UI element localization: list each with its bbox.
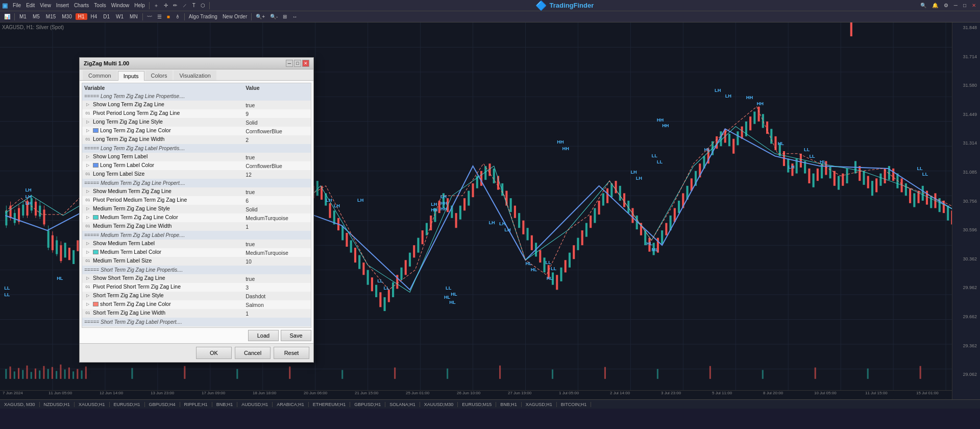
- color-fill-btn[interactable]: ■: [165, 13, 172, 20]
- statusbar-arabica-h1[interactable]: ARABICA;H1: [273, 402, 309, 407]
- period-m5[interactable]: M5: [30, 13, 42, 20]
- dialog-restore-btn[interactable]: □: [294, 60, 301, 67]
- zigzag-dialog[interactable]: ZigZag Multi 1.00 ─ □ ✕ Common Inputs Co…: [79, 57, 314, 363]
- statusbar-nzdusd-h1[interactable]: NZDUSD;H1: [40, 402, 75, 407]
- candle-btn[interactable]: 🕯: [173, 13, 182, 20]
- dialog-minimize-btn[interactable]: ─: [286, 60, 293, 67]
- color-swatch[interactable]: [93, 302, 99, 306]
- prop-value[interactable]: CornflowerBlue: [243, 127, 311, 135]
- prop-value[interactable]: MediumTurquoise: [243, 213, 311, 222]
- cancel-button[interactable]: Cancel: [235, 347, 271, 359]
- tab-inputs[interactable]: Inputs: [118, 71, 144, 81]
- menu-help[interactable]: Help: [132, 2, 147, 9]
- prop-value[interactable]: 2: [243, 135, 311, 144]
- statusbar-ripple-h1[interactable]: RIPPLE;H1: [180, 402, 212, 407]
- period-d1[interactable]: D1: [101, 13, 112, 20]
- statusbar-xagusd-h1[interactable]: XAGUSD;H1: [522, 402, 557, 407]
- prop-value[interactable]: CornflowerBlue: [243, 161, 311, 170]
- load-button[interactable]: Load: [248, 330, 279, 341]
- statusbar-gbpusd-h1[interactable]: GBPUSD;H1: [350, 402, 385, 407]
- color-swatch[interactable]: [93, 250, 99, 254]
- close-btn[interactable]: ✕: [970, 2, 978, 9]
- statusbar-audusd-h1[interactable]: AUDUSD;H1: [237, 402, 273, 407]
- prop-value[interactable]: Solid: [243, 205, 311, 213]
- period-m30[interactable]: M30: [59, 13, 74, 20]
- statusbar-xauusd-h1[interactable]: XAUUSD;H1: [75, 402, 110, 407]
- minimize-btn[interactable]: ─: [952, 2, 960, 9]
- zoom-in-btn[interactable]: 🔍+: [254, 13, 267, 20]
- save-button[interactable]: Save: [281, 330, 311, 341]
- menu-window[interactable]: Window: [109, 2, 132, 9]
- statusbar-bitcoin-h1[interactable]: BITCOIN;H1: [557, 402, 592, 407]
- statusbar-eurusd-m15[interactable]: EURUSD;M15: [458, 402, 496, 407]
- crosshair-btn[interactable]: ✛: [162, 2, 170, 9]
- svg-text:HH: HH: [440, 201, 447, 206]
- statusbar-eurusd-h1[interactable]: EURUSD;H1: [110, 402, 145, 407]
- prop-value[interactable]: Solid: [243, 118, 311, 127]
- menu-file[interactable]: File: [11, 2, 23, 9]
- statusbar-gbpusd-h4[interactable]: GBPUSD;H4: [145, 402, 180, 407]
- prop-value[interactable]: 6: [243, 196, 311, 205]
- prop-value[interactable]: MediumTurquoise: [243, 248, 311, 257]
- new-chart-btn[interactable]: ＋: [152, 2, 161, 10]
- line-btn[interactable]: ⟋: [180, 2, 189, 9]
- grid-btn[interactable]: ⊞: [281, 13, 289, 20]
- color-swatch[interactable]: [93, 128, 99, 133]
- toolbar-icon-1[interactable]: 📊: [2, 13, 12, 20]
- statusbar-solana-h1[interactable]: SOLANA;H1: [385, 402, 420, 407]
- prop-value[interactable]: 1: [243, 222, 311, 231]
- prop-value[interactable]: true: [243, 187, 311, 196]
- prop-value[interactable]: Dashdot: [243, 292, 311, 300]
- statusbar-ethereum-h1[interactable]: ETHEREUM;H1: [309, 402, 351, 407]
- menu-tools[interactable]: Tools: [92, 2, 108, 9]
- statusbar-bnb2-h1[interactable]: BNB;H1: [496, 402, 522, 407]
- period-h1[interactable]: H1: [76, 13, 87, 20]
- indicator-btn[interactable]: 〰: [145, 13, 154, 20]
- prop-value[interactable]: 3: [243, 283, 311, 292]
- prop-value[interactable]: 12: [243, 170, 311, 179]
- color-swatch[interactable]: [93, 215, 99, 220]
- template-btn[interactable]: ☰: [155, 13, 164, 20]
- settings-btn[interactable]: ⚙: [942, 2, 950, 9]
- prop-value[interactable]: true: [243, 101, 311, 109]
- menu-insert[interactable]: Insert: [54, 2, 71, 9]
- period-h4[interactable]: H4: [88, 13, 100, 20]
- zoom-out-btn[interactable]: 🔍-: [268, 13, 280, 20]
- search-btn[interactable]: 🔍: [918, 2, 928, 9]
- period-w1[interactable]: W1: [113, 13, 126, 20]
- text-btn[interactable]: T: [190, 2, 198, 9]
- prop-table-scroll[interactable]: Variable Value ===== Long Term Zig Zag L…: [82, 83, 311, 328]
- tab-visualization[interactable]: Visualization: [174, 70, 216, 80]
- prop-value[interactable]: true: [243, 153, 311, 161]
- ok-button[interactable]: OK: [196, 347, 232, 359]
- color-swatch[interactable]: [93, 163, 99, 168]
- period-m15[interactable]: M15: [43, 13, 58, 20]
- prop-value[interactable]: true: [243, 240, 311, 248]
- color-icon: ▷: [84, 128, 91, 133]
- menu-view[interactable]: View: [38, 2, 53, 9]
- prop-value[interactable]: 1: [243, 309, 311, 318]
- prop-value[interactable]: 10: [243, 257, 311, 266]
- autoscroll-btn[interactable]: ↔: [290, 13, 299, 20]
- prop-value[interactable]: 9: [243, 109, 311, 118]
- pen-btn[interactable]: ✏: [171, 2, 179, 9]
- statusbar-bnb-h1[interactable]: BNB;H1: [212, 402, 238, 407]
- tab-colors[interactable]: Colors: [145, 70, 173, 80]
- period-mn[interactable]: MN: [127, 13, 140, 20]
- notifications-btn[interactable]: 🔔: [930, 2, 940, 9]
- prop-value[interactable]: true: [243, 326, 311, 328]
- algo-trading-btn[interactable]: Algo Trading: [187, 13, 219, 20]
- prop-value[interactable]: Salmon: [243, 300, 311, 309]
- menu-charts[interactable]: Charts: [72, 2, 91, 9]
- statusbar-xagusd-m30[interactable]: XAGUSD, M30: [0, 402, 40, 407]
- maximize-btn[interactable]: □: [961, 2, 968, 9]
- statusbar-xauusd-m30[interactable]: XAUUSD;M30: [420, 402, 458, 407]
- shapes-btn[interactable]: ⬡: [199, 2, 207, 9]
- prop-value[interactable]: true: [243, 274, 311, 283]
- dialog-close-btn[interactable]: ✕: [302, 60, 309, 67]
- menu-edit[interactable]: Edit: [24, 2, 37, 9]
- period-m1[interactable]: M1: [17, 13, 29, 20]
- reset-button[interactable]: Reset: [274, 347, 309, 359]
- tab-common[interactable]: Common: [83, 70, 117, 80]
- new-order-btn[interactable]: New Order: [220, 13, 249, 20]
